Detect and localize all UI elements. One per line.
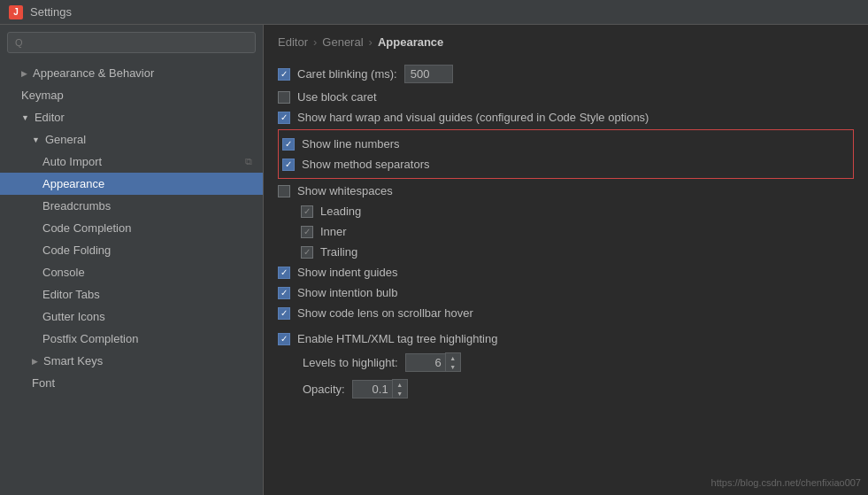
show-line-numbers-label: Show line numbers	[302, 137, 400, 151]
sidebar-item-appearance-behavior[interactable]: ▶ Appearance & Behavior	[0, 62, 263, 84]
sidebar-label: Breadcrumbs	[42, 199, 111, 213]
sidebar-item-editor[interactable]: ▼ Editor	[0, 106, 263, 128]
show-intention-bulb-label: Show intention bulb	[297, 286, 397, 299]
sidebar-item-code-folding[interactable]: Code Folding	[0, 239, 263, 261]
breadcrumb-sep2: ›	[369, 35, 373, 49]
sidebar-item-appearance[interactable]: Appearance	[0, 173, 263, 195]
show-method-separators-label: Show method separators	[302, 158, 430, 171]
sidebar-item-auto-import[interactable]: Auto Import ⧉	[0, 151, 263, 173]
opacity-input[interactable]	[352, 380, 392, 398]
caret-blinking-input[interactable]	[404, 65, 453, 83]
caret-blinking-checkbox[interactable]	[278, 68, 290, 81]
levels-input[interactable]	[405, 353, 445, 372]
sidebar-label: Font	[32, 376, 55, 390]
show-indent-guides-label: Show indent guides	[297, 266, 397, 279]
search-icon: Q	[15, 37, 23, 48]
red-border-group: Show line numbers Show method separators	[278, 129, 854, 179]
opacity-row: Opacity: ▲ ▼	[278, 375, 854, 402]
levels-to-highlight-row: Levels to highlight: ▲ ▼	[278, 349, 854, 375]
sidebar-label: Gutter Icons	[42, 310, 105, 323]
content-area: Editor › General › Appearance Caret blin…	[264, 25, 868, 495]
triangle-icon: ▼	[21, 113, 29, 122]
sidebar-item-editor-tabs[interactable]: Editor Tabs	[0, 283, 263, 306]
trailing-row: Trailing	[301, 242, 854, 262]
sidebar-item-general[interactable]: ▼ General	[0, 128, 263, 151]
breadcrumb: Editor › General › Appearance	[278, 35, 854, 49]
levels-to-highlight-label: Levels to highlight:	[303, 356, 398, 369]
sidebar-label: Editor	[35, 111, 65, 124]
inner-label: Inner	[320, 225, 347, 238]
sidebar-label: Code Completion	[42, 221, 131, 235]
opacity-up-button[interactable]: ▲	[393, 380, 407, 389]
trailing-checkbox[interactable]	[301, 246, 313, 259]
show-whitespaces-checkbox[interactable]	[278, 185, 290, 197]
sidebar-label: Keymap	[21, 89, 64, 102]
show-code-lens-row: Show code lens on scrollbar hover	[278, 303, 854, 323]
show-method-separators-checkbox[interactable]	[282, 159, 295, 171]
show-code-lens-label: Show code lens on scrollbar hover	[297, 306, 473, 320]
inner-checkbox[interactable]	[301, 226, 313, 238]
show-line-numbers-row: Show line numbers	[282, 134, 849, 154]
opacity-spinner[interactable]: ▲ ▼	[352, 379, 408, 398]
whitespace-options-group: Leading Inner Trailing	[278, 201, 854, 262]
sidebar-label: Smart Keys	[43, 354, 103, 367]
sidebar-label: Editor Tabs	[42, 288, 100, 301]
trailing-label: Trailing	[320, 245, 357, 259]
show-intention-bulb-row: Show intention bulb	[278, 282, 854, 303]
triangle-icon: ▶	[21, 69, 27, 78]
title-bar: J Settings	[0, 0, 868, 25]
sidebar-item-code-completion[interactable]: Code Completion	[0, 217, 263, 239]
show-code-lens-checkbox[interactable]	[278, 307, 290, 320]
caret-blinking-row: Caret blinking (ms):	[278, 61, 854, 87]
show-line-numbers-checkbox[interactable]	[282, 138, 295, 151]
sidebar-label: Appearance	[42, 177, 104, 190]
opacity-label: Opacity:	[303, 383, 345, 396]
triangle-icon: ▶	[32, 357, 38, 366]
show-hard-wrap-checkbox[interactable]	[278, 112, 290, 124]
sidebar-list: ▶ Appearance & Behavior Keymap ▼ Editor …	[0, 60, 263, 495]
sidebar-item-postfix-completion[interactable]: Postfix Completion	[0, 328, 263, 350]
sidebar-item-keymap[interactable]: Keymap	[0, 84, 263, 106]
sidebar: Q ▶ Appearance & Behavior Keymap ▼ Edito…	[0, 25, 264, 495]
show-indent-guides-checkbox[interactable]	[278, 267, 290, 279]
sidebar-label: Appearance & Behavior	[33, 66, 154, 80]
enable-html-xml-label: Enable HTML/XML tag tree highlighting	[297, 332, 497, 345]
opacity-down-button[interactable]: ▼	[393, 389, 407, 398]
sidebar-label: Postfix Completion	[42, 332, 138, 345]
sidebar-label: Console	[42, 266, 85, 279]
sidebar-item-breadcrumbs[interactable]: Breadcrumbs	[0, 195, 263, 217]
triangle-icon: ▼	[32, 135, 40, 144]
sidebar-label: Code Folding	[42, 244, 111, 257]
levels-spinner[interactable]: ▲ ▼	[405, 352, 461, 372]
main-container: Q ▶ Appearance & Behavior Keymap ▼ Edito…	[0, 25, 868, 495]
inner-row: Inner	[301, 221, 854, 242]
leading-label: Leading	[320, 205, 361, 218]
sidebar-item-gutter-icons[interactable]: Gutter Icons	[0, 306, 263, 328]
levels-down-button[interactable]: ▼	[446, 362, 460, 371]
show-indent-guides-row: Show indent guides	[278, 262, 854, 282]
sidebar-item-console[interactable]: Console	[0, 261, 263, 283]
enable-html-xml-checkbox[interactable]	[278, 333, 290, 345]
breadcrumb-general: General	[322, 35, 363, 49]
levels-up-button[interactable]: ▲	[446, 353, 460, 362]
show-method-separators-row: Show method separators	[282, 154, 849, 174]
opacity-spinner-buttons: ▲ ▼	[392, 379, 408, 398]
show-hard-wrap-row: Show hard wrap and visual guides (config…	[278, 107, 854, 128]
watermark: https://blog.csdn.net/chenfixiao007	[711, 477, 861, 488]
sidebar-item-smart-keys[interactable]: ▶ Smart Keys	[0, 350, 263, 372]
show-intention-bulb-checkbox[interactable]	[278, 287, 290, 299]
show-hard-wrap-label: Show hard wrap and visual guides (config…	[297, 111, 649, 124]
enable-html-xml-row: Enable HTML/XML tag tree highlighting	[278, 329, 854, 349]
breadcrumb-editor: Editor	[278, 35, 308, 49]
use-block-caret-row: Use block caret	[278, 87, 854, 107]
sidebar-item-font[interactable]: Font	[0, 372, 263, 394]
search-box[interactable]: Q	[7, 32, 256, 53]
use-block-caret-checkbox[interactable]	[278, 91, 290, 104]
use-block-caret-label: Use block caret	[297, 90, 377, 104]
breadcrumb-sep1: ›	[313, 35, 317, 49]
caret-blinking-label: Caret blinking (ms):	[297, 67, 397, 81]
search-input[interactable]	[28, 36, 248, 49]
copy-icon: ⧉	[245, 156, 252, 167]
leading-row: Leading	[301, 201, 854, 221]
leading-checkbox[interactable]	[301, 205, 313, 218]
